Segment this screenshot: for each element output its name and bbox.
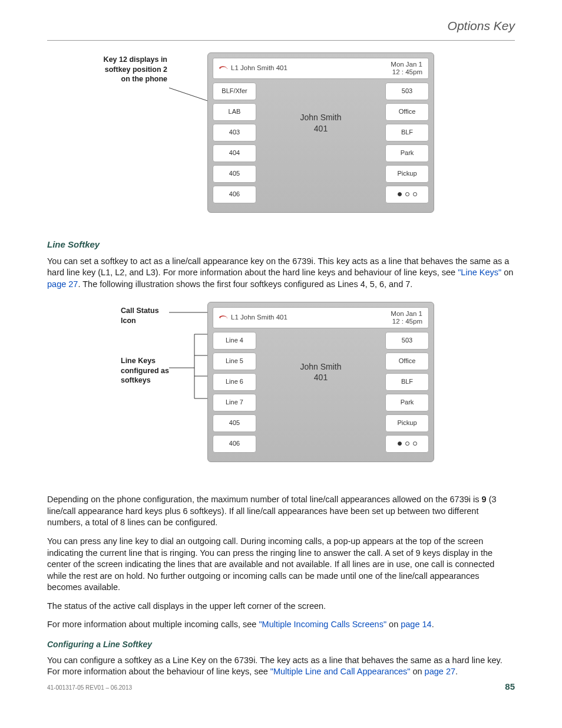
date-text: Mon Jan 1 bbox=[391, 61, 422, 68]
figure2-annotation-callstatus: Call Status Icon bbox=[121, 306, 203, 325]
link-page-14[interactable]: page 14 bbox=[401, 620, 431, 629]
date-text: Mon Jan 1 bbox=[391, 310, 422, 318]
text: . bbox=[432, 620, 434, 629]
softkey-right[interactable]: Pickup bbox=[385, 414, 429, 432]
text: . The following illustration shows the f… bbox=[78, 279, 412, 289]
softkey-left[interactable]: Line 7 bbox=[213, 394, 256, 411]
footer-rev: 41-001317-05 REV01 – 06.2013 bbox=[47, 684, 132, 692]
link-page-27b[interactable]: page 27 bbox=[425, 667, 455, 676]
annot-line: on the phone bbox=[85, 74, 167, 84]
page-number: 85 bbox=[505, 681, 515, 693]
link-mlca[interactable]: "Multiple Line and Call Appearances" bbox=[270, 667, 411, 676]
annot-line: Icon bbox=[121, 316, 203, 325]
phone-header: L1 John Smith 401 Mon Jan 1 12 : 45pm bbox=[213, 58, 429, 78]
phone-center: John Smith 401 bbox=[256, 361, 385, 384]
softkey-left[interactable]: Line 6 bbox=[213, 373, 256, 391]
paragraph: For more information about multiple inco… bbox=[47, 619, 515, 631]
phone-header: L1 John Smith 401 Mon Jan 1 12 : 45pm bbox=[213, 307, 429, 328]
page-dot-icon bbox=[413, 192, 417, 196]
softkey-right[interactable]: 503 bbox=[385, 332, 429, 350]
softkey-right[interactable]: 503 bbox=[385, 83, 429, 100]
time-text: 12 : 45pm bbox=[391, 318, 422, 325]
softkey-right[interactable]: Park bbox=[385, 394, 429, 411]
heading-line-softkey: Line Softkey bbox=[47, 239, 515, 251]
center-ext: 401 bbox=[256, 123, 385, 134]
text: on bbox=[410, 667, 424, 676]
phone-mock-2: L1 John Smith 401 Mon Jan 1 12 : 45pm Li… bbox=[207, 302, 434, 462]
page-dot-icon bbox=[405, 442, 409, 446]
softkey-left[interactable]: 405 bbox=[213, 165, 256, 183]
phone-center: John Smith 401 bbox=[256, 112, 385, 134]
line-label: L1 John Smith 401 bbox=[231, 313, 287, 322]
softkey-left[interactable]: 406 bbox=[213, 186, 256, 203]
text: For more information about multiple inco… bbox=[47, 620, 259, 629]
center-name: John Smith bbox=[256, 112, 385, 123]
link-mics[interactable]: "Multiple Incoming Calls Screens" bbox=[259, 620, 386, 629]
phone-icon bbox=[219, 65, 227, 71]
header-rule bbox=[47, 40, 515, 41]
softkey-right[interactable]: BLF bbox=[385, 124, 429, 141]
page-header-title: Options Key bbox=[47, 18, 515, 34]
annot-line: softkey position 2 bbox=[85, 65, 167, 74]
figure1-annotation: Key 12 displays in softkey position 2 on… bbox=[85, 55, 167, 84]
softkey-left[interactable]: LAB bbox=[213, 103, 256, 121]
text: . bbox=[455, 667, 458, 676]
softkey-left[interactable]: Line 4 bbox=[213, 332, 256, 350]
text: on bbox=[386, 620, 401, 629]
center-ext: 401 bbox=[256, 372, 385, 383]
page-dot-icon bbox=[405, 192, 409, 196]
paragraph: You can press any line key to dial an ou… bbox=[47, 536, 515, 594]
figure-linekeys: Call Status Icon Line Keys configured as… bbox=[47, 298, 515, 481]
time-text: 12 : 45pm bbox=[391, 68, 422, 76]
phone-mock-1: L1 John Smith 401 Mon Jan 1 12 : 45pm BL… bbox=[207, 52, 434, 212]
figure-key12: Key 12 displays in softkey position 2 on… bbox=[47, 49, 515, 226]
softkey-left[interactable]: 404 bbox=[213, 144, 256, 162]
softkey-right[interactable]: Office bbox=[385, 103, 429, 121]
link-page-27[interactable]: page 27 bbox=[47, 279, 78, 289]
bold-max: 9 bbox=[482, 495, 487, 504]
paragraph: Depending on the phone configuration, th… bbox=[47, 494, 515, 529]
text: You can set a softkey to act as a line/c… bbox=[47, 256, 509, 278]
softkey-page-dots[interactable] bbox=[385, 186, 429, 203]
page-footer: 41-001317-05 REV01 – 06.2013 85 bbox=[47, 681, 515, 693]
annot-line: softkeys bbox=[121, 375, 203, 385]
softkey-left[interactable]: 405 bbox=[213, 414, 256, 432]
softkey-left[interactable]: 406 bbox=[213, 435, 256, 453]
figure2-annotation-linekeys: Line Keys configured as softkeys bbox=[121, 356, 203, 385]
page-dot-icon bbox=[413, 442, 417, 446]
annot-line: Line Keys bbox=[121, 356, 203, 365]
link-line-keys[interactable]: "Line Keys" bbox=[458, 268, 501, 277]
softkey-left[interactable]: Line 5 bbox=[213, 353, 256, 370]
softkey-left[interactable]: 403 bbox=[213, 124, 256, 141]
softkey-right[interactable]: Office bbox=[385, 353, 429, 370]
paragraph: The status of the active call displays i… bbox=[47, 601, 515, 612]
page-dot-active-icon bbox=[398, 442, 402, 446]
softkey-right[interactable]: Park bbox=[385, 144, 429, 162]
text: Depending on the phone configuration, th… bbox=[47, 495, 482, 504]
page-dot-active-icon bbox=[398, 192, 402, 196]
softkey-page-dots[interactable] bbox=[385, 435, 429, 453]
phone-icon bbox=[219, 314, 227, 321]
softkey-left[interactable]: BLF/Xfer bbox=[213, 83, 256, 100]
paragraph: You can set a softkey to act as a line/c… bbox=[47, 256, 515, 291]
annot-line: configured as bbox=[121, 366, 203, 375]
paragraph: You can configure a softkey as a Line Ke… bbox=[47, 655, 515, 678]
softkey-right[interactable]: BLF bbox=[385, 373, 429, 391]
annot-line: Call Status bbox=[121, 306, 203, 315]
heading-configuring-line-softkey: Configuring a Line Softkey bbox=[47, 639, 515, 650]
center-name: John Smith bbox=[256, 361, 385, 373]
annot-line: Key 12 displays in bbox=[85, 55, 167, 64]
softkey-right[interactable]: Pickup bbox=[385, 165, 429, 183]
text: on bbox=[501, 268, 513, 277]
line-label: L1 John Smith 401 bbox=[231, 64, 287, 73]
